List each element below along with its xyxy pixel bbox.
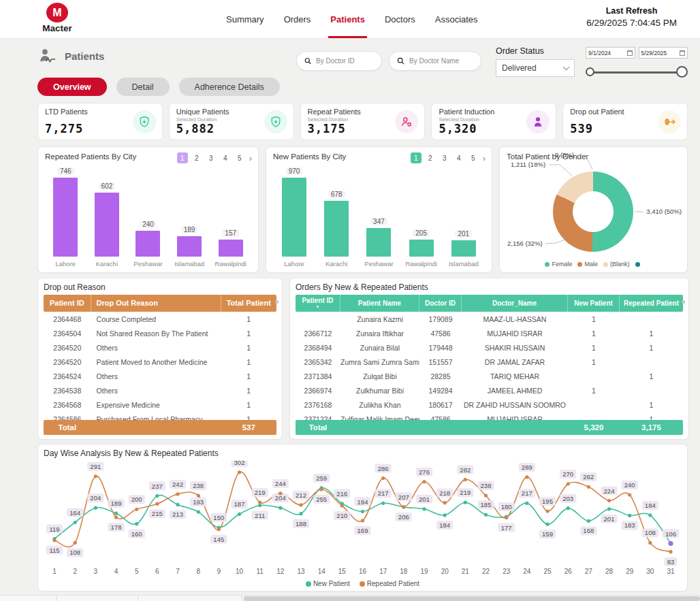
data-point-repeated-patient-day-28[interactable] xyxy=(607,499,611,502)
data-point-repeated-patient-day-6[interactable] xyxy=(155,502,159,506)
table-row[interactable]: 2364468Course Completed1 xyxy=(44,312,276,326)
table-row[interactable]: 2366712Zunaira Iftikhar47586MUJAHID ISRA… xyxy=(296,326,683,340)
table-row[interactable]: 2364568Expensive Medicine1 xyxy=(44,397,276,412)
data-point-repeated-patient-day-15[interactable] xyxy=(340,504,344,507)
col-repeated-patient[interactable]: Repeated Patient xyxy=(620,295,683,312)
page-3[interactable]: 3 xyxy=(206,152,217,163)
data-point-repeated-patient-day-5[interactable] xyxy=(135,508,138,511)
data-point-repeated-patient-day-30[interactable] xyxy=(648,541,652,545)
data-point-repeated-patient-day-2[interactable] xyxy=(74,541,77,545)
slider-track[interactable] xyxy=(590,71,682,74)
page-1[interactable]: 1 xyxy=(177,152,188,163)
data-point-repeated-patient-day-29[interactable] xyxy=(628,493,631,496)
table-row[interactable]: 2364520Patient Moved to Another Medicine… xyxy=(44,355,276,369)
data-point-repeated-patient-day-25[interactable] xyxy=(545,509,549,513)
page-5[interactable]: 5 xyxy=(468,152,479,163)
data-point-repeated-patient-day-11[interactable] xyxy=(258,501,261,504)
page-2[interactable]: 2 xyxy=(191,152,202,163)
kpi-patient-induction[interactable]: Patient InductionSelected Duration5,320 xyxy=(431,103,556,140)
bar-peshawar[interactable] xyxy=(136,231,160,257)
data-point-repeated-patient-day-18[interactable] xyxy=(402,505,405,508)
data-point-new-patient-day-5[interactable] xyxy=(135,522,138,525)
page-3[interactable]: 3 xyxy=(439,152,450,163)
data-point-repeated-patient-day-8[interactable] xyxy=(197,494,200,498)
slider-handle-start[interactable] xyxy=(586,67,594,76)
data-point-new-patient-day-28[interactable] xyxy=(607,507,611,510)
table-row[interactable]: 2364538Others1 xyxy=(44,383,276,397)
data-point-repeated-patient-day-27[interactable] xyxy=(587,485,590,489)
bar-lahore[interactable] xyxy=(282,178,306,257)
nav-patients[interactable]: Patients xyxy=(330,0,365,38)
table-row[interactable]: 2364504Not Shared Reason By The Patient1 xyxy=(44,326,276,340)
data-point-new-patient-day-27[interactable] xyxy=(587,519,590,523)
data-point-repeated-patient-day-1[interactable] xyxy=(52,538,56,542)
data-point-repeated-patient-day-23[interactable] xyxy=(505,516,508,519)
data-point-repeated-patient-day-20[interactable] xyxy=(443,501,447,504)
scrollbar-dot[interactable] xyxy=(682,300,685,304)
slider-handle-end[interactable] xyxy=(676,66,688,78)
data-point-new-patient-day-30[interactable] xyxy=(648,513,652,517)
kpi-ltd-patients[interactable]: LTD Patients7,275 xyxy=(37,103,163,140)
doctor-name-input[interactable] xyxy=(409,57,468,65)
page-4[interactable]: 4 xyxy=(454,152,464,163)
data-point-new-patient-day-20[interactable] xyxy=(443,513,447,517)
data-point-new-patient-day-12[interactable] xyxy=(279,506,282,510)
doctor-id-input[interactable] xyxy=(316,57,375,65)
data-point-new-patient-day-29[interactable] xyxy=(628,514,631,517)
data-point-repeated-patient-day-7[interactable] xyxy=(176,492,179,496)
data-point-repeated-patient-day-31[interactable] xyxy=(669,550,672,553)
data-point-new-patient-day-10[interactable] xyxy=(238,513,241,516)
col-doctor-id[interactable]: Doctor ID xyxy=(419,295,462,312)
col-total-patient[interactable]: Total Patient xyxy=(221,295,277,312)
col-doctor-name[interactable]: Doctor_Name xyxy=(462,295,568,312)
search-doctor-id[interactable] xyxy=(296,51,382,71)
table-row[interactable]: 2364520Others1 xyxy=(44,340,276,355)
tab-overview[interactable]: Overview xyxy=(37,78,107,96)
data-point-new-patient-day-21[interactable] xyxy=(464,501,467,504)
bar-lahore[interactable] xyxy=(53,178,78,257)
data-point-new-patient-day-7[interactable] xyxy=(176,503,179,506)
data-point-new-patient-day-16[interactable] xyxy=(361,510,364,513)
table-row[interactable]: 2365342Zumra Sami Zumra Sami151557DR JAM… xyxy=(296,355,683,369)
col-patient-name[interactable]: Patient Name xyxy=(340,295,419,312)
bar-rawalpindi[interactable] xyxy=(219,240,243,257)
data-point-repeated-patient-day-14[interactable] xyxy=(320,487,323,491)
data-point-repeated-patient-day-3[interactable] xyxy=(94,474,97,478)
next-page-icon[interactable]: › xyxy=(249,153,252,163)
nav-summary[interactable]: Summary xyxy=(226,0,264,38)
bar-peshawar[interactable] xyxy=(366,228,391,257)
nav-doctors[interactable]: Doctors xyxy=(385,0,415,38)
nav-orders[interactable]: Orders xyxy=(284,0,311,38)
data-point-new-patient-day-13[interactable] xyxy=(299,512,302,515)
bar-islamabad[interactable] xyxy=(177,236,202,257)
data-point-repeated-patient-day-22[interactable] xyxy=(484,494,488,498)
data-point-repeated-patient-day-10[interactable] xyxy=(238,470,241,474)
data-point-new-patient-day-6[interactable] xyxy=(155,494,159,498)
col-new-patient[interactable]: New Patient xyxy=(568,295,620,312)
data-point-repeated-patient-day-24[interactable] xyxy=(525,475,528,478)
horizontal-scrollbar[interactable] xyxy=(0,595,700,601)
tab-adherence-details[interactable]: Adherence Details xyxy=(179,78,280,96)
date-end-box[interactable]: 5/29/2025 xyxy=(639,47,688,59)
data-point-new-patient-day-25[interactable] xyxy=(545,523,549,526)
data-point-new-patient-day-22[interactable] xyxy=(484,513,488,517)
bar-karachi[interactable] xyxy=(95,193,119,257)
data-point-repeated-patient-day-16[interactable] xyxy=(361,519,364,522)
page-1[interactable]: 1 xyxy=(411,152,421,163)
table-row[interactable]: 2364524Others1 xyxy=(44,369,276,383)
page-2[interactable]: 2 xyxy=(425,152,436,163)
kpi-drop-out-patient[interactable]: Drop out Patient539 xyxy=(562,103,688,140)
bar-karachi[interactable] xyxy=(324,201,349,257)
data-point-repeated-patient-day-4[interactable] xyxy=(114,516,118,519)
data-point-new-patient-day-8[interactable] xyxy=(197,510,200,514)
kpi-unique-patients[interactable]: Unique PatientsSelected Duration5,882 xyxy=(169,103,294,140)
bar-rawalpindi[interactable] xyxy=(409,240,434,257)
date-start-box[interactable]: 9/1/2024 xyxy=(586,47,635,59)
data-point-repeated-patient-day-21[interactable] xyxy=(464,478,467,481)
table-row[interactable]: 2368494Zunaira Bilal179448SHAKIR HUSSAIN… xyxy=(296,340,683,355)
data-point-repeated-patient-day-13[interactable] xyxy=(299,503,302,506)
data-point-repeated-patient-day-17[interactable] xyxy=(381,476,385,480)
data-point-repeated-patient-day-12[interactable] xyxy=(279,491,282,495)
nav-associates[interactable]: Associates xyxy=(435,0,478,38)
bar-islamabad[interactable] xyxy=(451,240,476,257)
